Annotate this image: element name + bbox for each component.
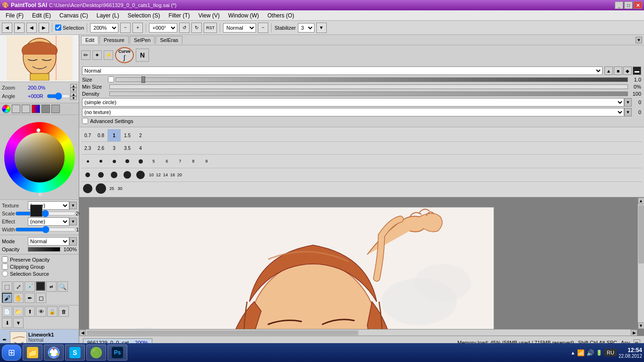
stabilizer-select[interactable]: 31245 <box>298 23 314 33</box>
taskbar-skype[interactable]: S <box>65 345 85 361</box>
brush-size-07[interactable]: 0.7 <box>81 129 94 141</box>
close-button[interactable]: ✕ <box>634 1 642 9</box>
brush-mode-select[interactable]: Normal <box>82 66 603 75</box>
pen-tool-airbrush[interactable]: ✦ <box>92 50 102 60</box>
menu-filter[interactable]: Filter (T) <box>165 11 193 20</box>
hscroll-left[interactable]: ◀ <box>79 329 86 336</box>
brush-tool[interactable]: 🖌 <box>2 293 12 303</box>
color-picker-icon[interactable] <box>51 105 60 113</box>
canvas-area[interactable]: DOMB <box>79 197 644 336</box>
toolbar-nav2[interactable]: ▶ <box>39 23 49 33</box>
vscroll-up[interactable]: ▲ <box>638 197 644 204</box>
brush-size-14[interactable] <box>107 168 121 181</box>
select-rect-tool[interactable]: ⬚ <box>2 281 12 292</box>
effect-select[interactable]: (none) <box>28 217 69 226</box>
brush-shape-diamond[interactable]: ◆ <box>623 66 632 75</box>
rotation-select[interactable]: +000° <box>149 23 177 33</box>
zoom-tool[interactable]: 🔍 <box>58 281 68 292</box>
brush-size-checkbox[interactable] <box>108 76 114 82</box>
eyedropper-tool[interactable]: 💉 <box>25 281 35 292</box>
layer-lock-btn[interactable]: 🔒 <box>47 306 58 317</box>
brush-size-5[interactable] <box>81 155 94 168</box>
start-button[interactable]: ⊞ <box>2 345 21 361</box>
brush-size-20[interactable] <box>134 168 147 181</box>
blend-mode-select[interactable]: Normal <box>223 23 256 33</box>
tray-expand[interactable]: ▲ <box>570 350 575 355</box>
circle-type-select[interactable]: (simple circle) <box>82 98 624 107</box>
layer-up-btn[interactable]: ⬆ <box>25 306 35 317</box>
brush-shape-bar[interactable]: ▬ <box>633 66 641 75</box>
brush-size-6[interactable] <box>94 155 107 168</box>
menu-file[interactable]: File (F) <box>2 11 27 20</box>
color-hsl[interactable] <box>22 105 30 113</box>
color-circle[interactable] <box>2 105 10 113</box>
brush-size-3[interactable]: 3 <box>107 142 121 154</box>
circle-expand[interactable]: ▼ <box>624 98 632 107</box>
brush-size-15[interactable]: 1.5 <box>121 129 134 141</box>
brush-size-08[interactable]: 0.8 <box>94 129 107 141</box>
tray-network[interactable]: 📶 <box>577 349 585 356</box>
maximize-button[interactable]: □ <box>624 1 633 9</box>
color-wheel-container[interactable] <box>4 122 75 193</box>
curve-tool[interactable]: Curve ∫ <box>115 47 134 63</box>
pen-tool-pencil[interactable]: ✏ <box>81 50 91 60</box>
brush-shape-triangle[interactable]: ▲ <box>604 66 613 75</box>
pen-tab-seleras[interactable]: SelEras <box>156 36 182 44</box>
brush-density-slider[interactable] <box>109 91 628 96</box>
pen-panel-scroll[interactable]: ▼ <box>636 37 642 43</box>
brush-size-16[interactable] <box>121 168 134 181</box>
hscroll-right[interactable]: ▶ <box>631 329 637 336</box>
clock[interactable]: 12:54 22.08.2012 <box>619 347 642 359</box>
language-indicator[interactable]: RU <box>604 349 617 356</box>
blend-mode-minus[interactable]: − <box>258 23 268 33</box>
new-layer-btn[interactable]: 📄 <box>2 306 12 317</box>
menu-view[interactable]: View (V) <box>195 11 223 20</box>
brush-size-9[interactable] <box>134 155 147 168</box>
preserve-opacity-checkbox[interactable] <box>2 256 8 263</box>
move-tool[interactable]: ✋ <box>13 293 24 303</box>
brush-size-8[interactable] <box>121 155 134 168</box>
rotate-left[interactable]: ↺ <box>179 23 190 33</box>
taskbar-chrome[interactable] <box>44 345 64 361</box>
menu-window[interactable]: Window (W) <box>224 11 263 20</box>
canvas-hscroll[interactable]: ◀ ▶ <box>79 329 637 336</box>
taskbar-other[interactable]: 🟢 <box>86 345 106 361</box>
color-hsv[interactable] <box>12 105 20 113</box>
menu-others[interactable]: Others (O) <box>264 11 298 20</box>
pen-tool-n[interactable]: N <box>136 49 149 62</box>
brush-shape-square[interactable]: ■ <box>614 66 622 75</box>
color-arrows[interactable]: ⇄ <box>46 281 57 292</box>
pen-tool-spray[interactable]: ⚡ <box>104 50 113 60</box>
zoom-select[interactable]: 200%100%50% <box>90 23 118 33</box>
mode-expand[interactable]: ▼ <box>69 237 77 246</box>
brush-size-10[interactable] <box>81 168 94 181</box>
menu-canvas[interactable]: Canvas (C) <box>56 11 92 20</box>
color-cursor[interactable] <box>39 193 42 196</box>
effect-expand[interactable]: ▼ <box>69 218 77 225</box>
brush-size-23[interactable]: 2.3 <box>81 142 94 154</box>
pen-tab-edit[interactable]: Edit <box>81 36 99 44</box>
minimize-button[interactable]: _ <box>615 1 623 9</box>
layer-visibility-btn[interactable]: 👁 <box>36 306 46 317</box>
brush-size-25[interactable] <box>81 182 94 195</box>
brush-size-4[interactable]: 4 <box>134 142 147 154</box>
hscroll-track[interactable] <box>87 330 358 335</box>
pen-tool[interactable]: ✒ <box>25 293 35 303</box>
stabilizer-expand[interactable]: ▼ <box>316 23 327 33</box>
texture-expand[interactable]: ▼ <box>69 202 77 209</box>
toolbar-nav1[interactable]: ◀ <box>26 23 37 33</box>
texture-type-expand[interactable]: ▼ <box>624 108 632 116</box>
foreground-color[interactable] <box>30 205 42 217</box>
mode-select[interactable]: Normal <box>28 237 69 246</box>
brush-size-35[interactable]: 3.5 <box>121 142 134 154</box>
eraser-tool[interactable]: ◻ <box>36 293 46 303</box>
transform-tool[interactable]: ⤢ <box>13 281 24 292</box>
menu-selection[interactable]: Selection (S) <box>124 11 164 20</box>
taskbar-explorer[interactable]: 📁 <box>23 345 42 361</box>
scale-slider[interactable] <box>15 212 76 215</box>
toolbar-arrow-right[interactable]: ▶ <box>14 23 25 33</box>
color-gradient[interactable] <box>15 132 65 182</box>
toolbar-arrow-left[interactable]: ◀ <box>2 23 12 33</box>
brush-minsize-slider[interactable] <box>109 84 628 89</box>
brush-size-7[interactable] <box>107 155 121 168</box>
